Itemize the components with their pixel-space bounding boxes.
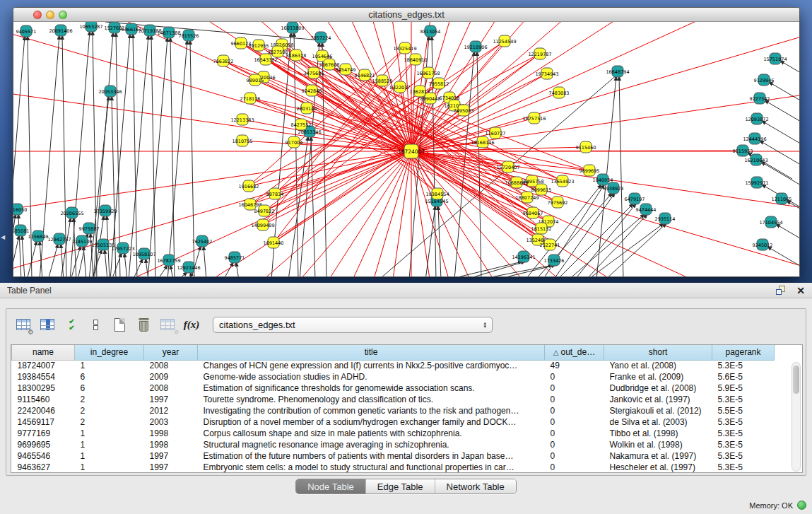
graph-node-7857224[interactable]: 7857224: [311, 32, 331, 43]
table-cell[interactable]: 6: [75, 371, 144, 382]
edge[interactable]: [762, 121, 800, 147]
edge[interactable]: [605, 223, 666, 277]
table-cell[interactable]: 9699695: [12, 439, 75, 450]
table-cell[interactable]: 5.3E-5: [712, 462, 775, 473]
table-cell[interactable]: 5.3E-5: [712, 416, 775, 428]
table-cell[interactable]: 0: [545, 382, 604, 394]
graph-node-7483083[interactable]: 7483083: [549, 87, 570, 98]
table-row[interactable]: 946362711997Embryonic stem cells: a mode…: [12, 462, 775, 473]
table-cell[interactable]: de Silva et al. (2003): [604, 416, 712, 428]
table-cell[interactable]: Changes of HCN gene expression and I(f) …: [198, 360, 545, 371]
graph-node-7815526[interactable]: 7815526: [179, 30, 199, 41]
edge[interactable]: [411, 22, 800, 151]
edge[interactable]: [83, 246, 86, 277]
table-cell[interactable]: 2008: [144, 382, 198, 394]
graph-node-8813054[interactable]: 8813054: [420, 25, 441, 37]
table-cell[interactable]: 0: [545, 450, 604, 462]
edge[interactable]: [411, 22, 800, 151]
graph-node-16961758[interactable]: 16961758: [416, 67, 440, 78]
edge[interactable]: [129, 35, 148, 277]
edge[interactable]: [223, 262, 233, 277]
table-cell[interactable]: Yano et al. (2008): [604, 360, 712, 371]
table-cell[interactable]: Franke et al. (2009): [604, 371, 712, 382]
table-cell[interactable]: 9463627: [12, 462, 75, 473]
edge[interactable]: [411, 22, 800, 151]
edge[interactable]: [411, 22, 800, 151]
table-cell[interactable]: 1998: [144, 428, 198, 439]
table-cell[interactable]: 5.5E-5: [712, 405, 775, 416]
edge[interactable]: [170, 265, 173, 277]
edge[interactable]: [151, 35, 155, 277]
edge[interactable]: [769, 82, 800, 108]
table-cell[interactable]: 0: [545, 371, 604, 382]
column-header-outde[interactable]: △out_de…: [545, 345, 604, 360]
panel-collapse-arrow-icon[interactable]: ◀: [1, 234, 5, 240]
table-row[interactable]: 1872400712008Changes of HCN gene express…: [12, 360, 775, 371]
edge[interactable]: [167, 40, 187, 277]
table-cell[interactable]: 9777169: [12, 428, 75, 439]
edge[interactable]: [494, 265, 555, 277]
table-row[interactable]: 1830029562008Estimation of significance …: [12, 382, 775, 394]
graph-node-9699695[interactable]: 9699695: [579, 165, 600, 176]
table-cell[interactable]: Dudbridge et al. (2008): [604, 382, 712, 394]
graph-node-8912955[interactable]: 8912955: [249, 40, 269, 51]
table-cell[interactable]: 0: [545, 439, 604, 450]
table-row[interactable]: 969969511998Structural magnetic resonanc…: [12, 439, 775, 450]
table-cell[interactable]: Disruption of a novel member of a sodium…: [198, 416, 545, 428]
graph-node-19218906[interactable]: 19218906: [464, 41, 487, 52]
edge[interactable]: [124, 253, 127, 277]
float-panel-icon[interactable]: [776, 286, 787, 296]
table-cell[interactable]: 2003: [144, 416, 198, 428]
edge[interactable]: [18, 214, 21, 277]
graph-node-9485771[interactable]: 9485771: [225, 252, 245, 263]
table-cell[interactable]: 5.3E-5: [712, 450, 775, 462]
edge[interactable]: [288, 136, 308, 277]
tab-edge-table[interactable]: Edge Table: [365, 479, 435, 493]
edge[interactable]: [28, 36, 32, 277]
column-header-indegree[interactable]: in_degree: [75, 345, 144, 360]
table-row[interactable]: 2242004622012Investigating the contribut…: [12, 405, 775, 416]
table-cell[interactable]: 1: [75, 360, 144, 371]
column-header-title[interactable]: title: [198, 345, 545, 360]
table-scrollbar[interactable]: [792, 362, 801, 472]
column-header-name[interactable]: name: [12, 345, 75, 360]
graph-node-1810755[interactable]: 1810755: [233, 135, 253, 146]
close-panel-icon[interactable]: ✕: [796, 286, 805, 296]
graph-node-1733426[interactable]: 1733426: [544, 255, 565, 266]
graph-node-9474444[interactable]: 9474444: [636, 204, 657, 215]
function-builder-button[interactable]: f(x): [180, 314, 203, 335]
table-cell[interactable]: 22420046: [12, 405, 75, 416]
edge[interactable]: [250, 98, 548, 221]
tab-node-table[interactable]: Node Table: [296, 479, 365, 493]
table-cell[interactable]: 5.3E-5: [712, 394, 775, 405]
graph-node-10958107[interactable]: 10958107: [132, 248, 155, 259]
graph-node-917004[interactable]: 917004: [286, 136, 303, 148]
table-cell[interactable]: 1: [75, 428, 144, 439]
edge[interactable]: [780, 61, 800, 87]
deselect-rows-button[interactable]: [84, 314, 107, 335]
edge[interactable]: [148, 37, 167, 277]
edge[interactable]: [767, 247, 800, 273]
network-canvas[interactable]: 9405571206914061065328715276026466161107…: [13, 22, 800, 277]
table-cell[interactable]: Structural magnetic resonance image aver…: [198, 439, 545, 450]
column-header-year[interactable]: year: [144, 345, 198, 360]
delete-column-button[interactable]: [132, 314, 155, 335]
table-row[interactable]: 1938455462009Genome-wide association stu…: [12, 371, 775, 382]
table-cell[interactable]: Embryonic stem cells: a model to study s…: [198, 462, 545, 473]
table-cell[interactable]: 9465546: [12, 450, 75, 462]
table-cell[interactable]: 5.9E-5: [712, 382, 775, 394]
table-cell[interactable]: 19384554: [12, 371, 75, 382]
column-header-pagerank[interactable]: pagerank: [712, 345, 775, 360]
edge[interactable]: [204, 246, 206, 277]
table-cell[interactable]: Hescheler et al. (1997): [604, 462, 712, 473]
graph-node-9129946[interactable]: 9129946: [754, 74, 775, 86]
edge[interactable]: [13, 235, 19, 277]
table-cell[interactable]: 0: [545, 394, 604, 405]
edge[interactable]: [48, 244, 58, 277]
node-table[interactable]: namein_degreeyeartitle△out_de…shortpager…: [11, 345, 775, 473]
edge[interactable]: [411, 22, 800, 151]
graph-node-7625402[interactable]: 7625402: [192, 235, 213, 247]
graph-node-6479197[interactable]: 6479197: [625, 193, 645, 204]
table-cell[interactable]: 2009: [144, 371, 198, 382]
table-cell[interactable]: Investigating the contribution of common…: [198, 405, 545, 416]
